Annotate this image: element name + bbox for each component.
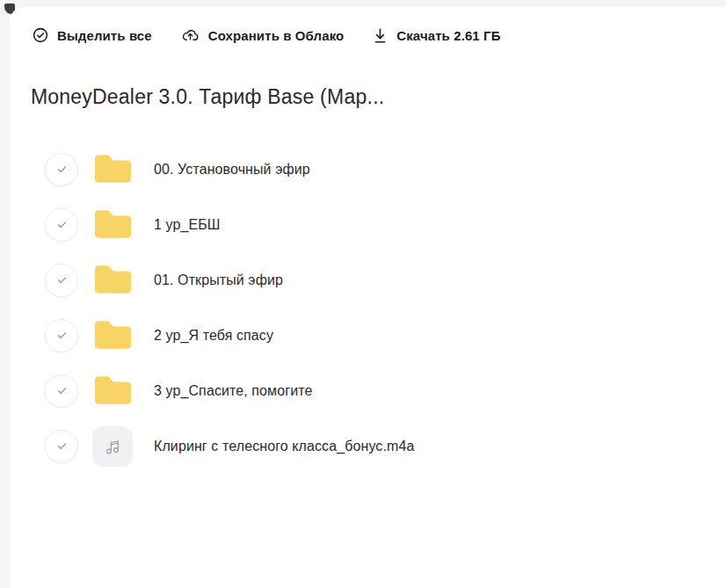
row-checkbox[interactable] — [45, 153, 78, 186]
file-list: 00. Установочный эфир — [45, 142, 726, 474]
file-name: Клиринг с телесного класса_бонус.m4a — [154, 439, 414, 454]
folder-icon — [93, 373, 133, 410]
page: Выделить все Сохранить в Облако — [0, 0, 726, 588]
page-title: MoneyDealer 3.0. Тариф Base (Мар... — [31, 83, 726, 110]
select-all-button[interactable]: Выделить все — [33, 27, 152, 43]
list-item-folder[interactable]: 3 ур_Спасите, помогите — [45, 363, 726, 418]
check-icon — [54, 217, 69, 232]
check-icon — [54, 439, 69, 454]
content-card: Выделить все Сохранить в Облако — [10, 7, 726, 588]
save-to-cloud-button[interactable]: Сохранить в Облако — [181, 26, 345, 44]
check-circle-icon — [33, 27, 48, 43]
folder-icon — [93, 207, 133, 243]
file-name: 01. Открытый эфир — [154, 272, 283, 288]
select-all-label: Выделить все — [57, 28, 152, 43]
check-icon — [54, 162, 69, 177]
toolbar: Выделить все Сохранить в Облако — [33, 25, 726, 45]
file-name: 1 ур_ЕБШ — [154, 217, 221, 233]
download-label: Скачать 2.61 ГБ — [396, 28, 500, 43]
check-icon — [54, 328, 69, 343]
music-note-icon — [92, 426, 133, 467]
file-name: 3 ур_Спасите, помогите — [154, 383, 312, 399]
list-item-folder[interactable]: 00. Установочный эфир — [45, 142, 726, 197]
row-checkbox[interactable] — [45, 430, 78, 463]
list-item-folder[interactable]: 2 ур_Я тебя спасу — [45, 308, 726, 363]
row-checkbox[interactable] — [45, 319, 78, 352]
folder-icon — [93, 317, 133, 354]
row-checkbox[interactable] — [45, 208, 78, 242]
list-item-audio[interactable]: Клиринг с телесного класса_бонус.m4a — [45, 418, 726, 474]
file-name: 2 ур_Я тебя спасу — [154, 328, 273, 344]
save-to-cloud-label: Сохранить в Облако — [208, 28, 345, 43]
row-checkbox[interactable] — [45, 264, 78, 297]
download-icon — [373, 27, 388, 44]
cloud-upload-icon — [181, 26, 200, 44]
folder-icon — [93, 151, 133, 188]
folder-icon — [93, 262, 133, 299]
check-icon — [54, 272, 69, 287]
row-checkbox[interactable] — [45, 374, 78, 408]
download-button[interactable]: Скачать 2.61 ГБ — [373, 27, 500, 44]
check-icon — [54, 383, 69, 398]
list-item-folder[interactable]: 01. Открытый эфир — [45, 252, 726, 308]
file-name: 00. Установочный эфир — [154, 162, 310, 178]
list-item-folder[interactable]: 1 ур_ЕБШ — [45, 197, 726, 252]
